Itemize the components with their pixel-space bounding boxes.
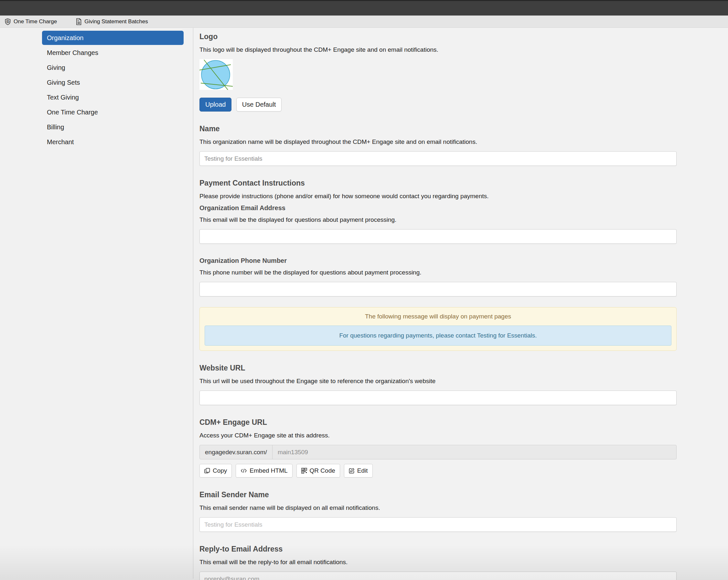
svg-text:$: $ bbox=[78, 19, 79, 21]
website-url-heading: Website URL bbox=[200, 364, 677, 372]
sidebar-item-label: Organization bbox=[47, 34, 83, 42]
engage-url-display: engagedev.suran.com/ bbox=[200, 445, 677, 459]
email-sender-description: This email sender name will be displayed… bbox=[200, 504, 677, 511]
copy-url-label: Copy bbox=[213, 467, 227, 474]
sidebar-item-label: Billing bbox=[47, 124, 64, 131]
sidebar-item-member-changes[interactable]: Member Changes bbox=[42, 46, 184, 60]
embed-html-button[interactable]: Embed HTML bbox=[236, 464, 292, 477]
reply-to-section: Reply-to Email Address This email will b… bbox=[200, 545, 677, 580]
qr-code-icon bbox=[301, 468, 307, 474]
organization-email-input[interactable] bbox=[200, 229, 677, 244]
sidebar-item-label: Merchant bbox=[47, 138, 74, 146]
organization-phone-input[interactable] bbox=[200, 282, 677, 296]
sidebar-item-one-time-charge[interactable]: One Time Charge bbox=[42, 105, 184, 119]
toolbar-item-label: Giving Statement Batches bbox=[84, 19, 148, 25]
email-sender-input[interactable] bbox=[200, 517, 677, 532]
name-description: This organization name will be displayed… bbox=[200, 138, 677, 146]
payment-message-preview-text: For questions regarding payments, please… bbox=[205, 325, 671, 346]
engage-url-description: Access your CDM+ Engage site at this add… bbox=[200, 432, 677, 439]
sidebar-item-label: Giving bbox=[47, 64, 65, 72]
organization-phone-heading: Organization Phone Number bbox=[200, 257, 677, 264]
engage-url-prefix: engagedev.suran.com/ bbox=[200, 445, 272, 459]
email-sender-heading: Email Sender Name bbox=[200, 491, 677, 499]
sidebar-item-label: Text Giving bbox=[47, 94, 79, 101]
name-heading: Name bbox=[200, 125, 677, 133]
shield-dollar-icon: $ bbox=[4, 18, 11, 25]
payment-contact-heading: Payment Contact Instructions bbox=[200, 179, 677, 187]
sidebar-item-label: Giving Sets bbox=[47, 79, 80, 86]
engage-url-heading: CDM+ Engage URL bbox=[200, 418, 677, 427]
settings-sidebar: Organization Member Changes Giving Givin… bbox=[0, 28, 193, 579]
use-default-button[interactable]: Use Default bbox=[236, 98, 282, 111]
organization-name-input[interactable] bbox=[200, 151, 677, 166]
edit-pencil-icon bbox=[349, 468, 355, 474]
payment-message-preview-title: The following message will display on pa… bbox=[205, 313, 671, 320]
qr-code-button[interactable]: QR Code bbox=[296, 464, 340, 477]
organization-phone-description: This phone number will be the displayed … bbox=[200, 269, 677, 276]
reply-to-input[interactable] bbox=[200, 572, 677, 580]
engage-url-slug-input[interactable] bbox=[272, 445, 676, 459]
website-url-section: Website URL This url will be used throug… bbox=[200, 364, 677, 405]
engage-url-section: CDM+ Engage URL Access your CDM+ Engage … bbox=[200, 418, 677, 477]
logo-heading: Logo bbox=[200, 32, 677, 41]
toolbar: $ One Time Charge $ Giving Statement Bat… bbox=[0, 16, 728, 28]
reply-to-description: This email will be the reply-to for all … bbox=[200, 559, 677, 566]
organization-email-description: This email will be the displayed for que… bbox=[200, 216, 677, 223]
sidebar-item-text-giving[interactable]: Text Giving bbox=[42, 90, 184, 104]
reply-to-heading: Reply-to Email Address bbox=[200, 545, 677, 553]
sidebar-item-label: One Time Charge bbox=[47, 109, 98, 116]
qr-code-label: QR Code bbox=[310, 467, 335, 474]
statement-document-icon: $ bbox=[76, 18, 82, 25]
sidebar-item-billing[interactable]: Billing bbox=[42, 120, 184, 134]
logo-description: This logo will be displayed throughout t… bbox=[200, 46, 677, 53]
copy-icon bbox=[204, 468, 210, 474]
embed-html-label: Embed HTML bbox=[250, 467, 287, 474]
organization-email-heading: Organization Email Address bbox=[200, 204, 677, 212]
upload-button[interactable]: Upload bbox=[200, 98, 231, 111]
payment-contact-section: Payment Contact Instructions Please prov… bbox=[200, 179, 677, 351]
organization-logo-image bbox=[200, 59, 233, 90]
email-sender-section: Email Sender Name This email sender name… bbox=[200, 491, 677, 532]
website-url-description: This url will be used throughout the Eng… bbox=[200, 378, 677, 385]
payment-message-preview-box: The following message will display on pa… bbox=[200, 307, 677, 351]
name-section: Name This organization name will be disp… bbox=[200, 125, 677, 166]
toolbar-item-one-time-charge[interactable]: $ One Time Charge bbox=[4, 18, 57, 25]
payment-contact-description: Please provide instructions (phone and/o… bbox=[200, 193, 677, 200]
toolbar-item-label: One Time Charge bbox=[14, 19, 57, 25]
toolbar-item-giving-statement-batches[interactable]: $ Giving Statement Batches bbox=[76, 18, 148, 25]
logo-section: Logo This logo will be displayed through… bbox=[200, 32, 677, 111]
sidebar-item-giving-sets[interactable]: Giving Sets bbox=[42, 75, 184, 89]
sidebar-item-merchant[interactable]: Merchant bbox=[42, 135, 184, 149]
sidebar-item-giving[interactable]: Giving bbox=[42, 60, 184, 75]
edit-url-button[interactable]: Edit bbox=[344, 464, 373, 477]
settings-main-panel: Logo This logo will be displayed through… bbox=[193, 28, 728, 579]
edit-url-label: Edit bbox=[357, 467, 368, 474]
website-url-input[interactable] bbox=[200, 391, 677, 405]
code-icon bbox=[240, 468, 247, 473]
copy-url-button[interactable]: Copy bbox=[200, 464, 232, 477]
top-window-bar bbox=[0, 0, 728, 16]
sidebar-item-label: Member Changes bbox=[47, 49, 98, 57]
sidebar-item-organization[interactable]: Organization bbox=[42, 31, 184, 45]
